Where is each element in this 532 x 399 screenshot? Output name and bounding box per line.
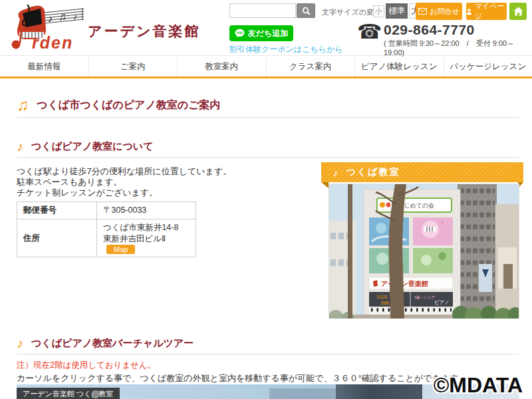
logo-note2-icon: ♪ xyxy=(73,12,77,21)
photo-sign-phone2: 588 xyxy=(381,301,389,305)
tour-warning: 注）現在2階は使用しておりません。 xyxy=(17,360,156,371)
coupon-link[interactable]: 割引体験クーポンはこちらから xyxy=(229,44,343,55)
panorama-building-silhouette xyxy=(336,384,422,399)
about-line-access: つくば駅より徒歩7分の便利な場所に位置しています。 xyxy=(17,166,309,177)
line-button-label: 友だち追加 xyxy=(248,28,289,39)
svg-text:♪: ♪ xyxy=(441,219,444,225)
line-add-friend-button[interactable]: 友だち追加 xyxy=(229,25,293,41)
mypage-button-label: マイページ xyxy=(475,1,507,21)
nav-item-news[interactable]: 最新情報 xyxy=(0,57,88,76)
note-icon: ♪ xyxy=(333,167,340,178)
tour-description: カーソルをクリックする事で、つくば教室の外観と室内を移動する事が可能で、３６０°… xyxy=(17,372,467,384)
site-logo[interactable]: ♪ ♫ ♪ rden xyxy=(9,2,88,54)
site-header: ♪ ♫ ♪ rden アーデン音楽 xyxy=(0,0,532,56)
page-title: つくば市つくばのピアノ教室のご案内 xyxy=(37,98,221,112)
nav-item-classes[interactable]: クラス案内 xyxy=(266,57,355,76)
font-size-medium-button[interactable]: 標準 xyxy=(386,3,408,19)
search-input[interactable] xyxy=(229,3,296,18)
logo-note-icon: ♪ xyxy=(48,13,53,24)
contact-button-label: お問合せ xyxy=(430,7,460,17)
classroom-photo: はじめての会 ♪ アーデン音楽館 0120 588 3歳～シニア xyxy=(329,184,519,318)
nav-item-guide[interactable]: ご案内 xyxy=(88,57,178,76)
about-paragraphs: つくば駅より徒歩7分の便利な場所に位置しています。 駐車スペースもあります。 チ… xyxy=(17,166,309,198)
site-title: アーデン音楽館 xyxy=(88,22,200,41)
address-cell: つくば市東新井14-8 東新井吉田ビルⅡMap xyxy=(97,219,196,257)
main-nav: 最新情報 ご案内 教室案内 クラス案内 ピアノ体験レッスン パッケージレッスン xyxy=(0,57,532,78)
phone-icon: ☎ xyxy=(357,22,382,42)
table-row-address: 住所 つくば市東新井14-8 東新井吉田ビルⅡMap xyxy=(17,219,196,257)
about-heading: つくばピアノ教室について xyxy=(31,140,154,153)
postal-value: 〒305-0033 xyxy=(97,202,196,219)
panorama-control-icon[interactable] xyxy=(92,390,100,398)
watermark: ©MDATA xyxy=(434,373,523,398)
logo-wordmark: rden xyxy=(32,33,73,52)
envelope-icon xyxy=(418,8,427,15)
photo-sign-building: アーデン音楽館 xyxy=(381,280,428,287)
phone-hours: ( 営業時間 9:30～22:00 / 受付 9:00～19:00) xyxy=(384,39,532,57)
table-row-postal: 郵便番号 〒305-0033 xyxy=(17,202,196,219)
line-icon xyxy=(235,29,245,38)
note-icon: ♪ xyxy=(17,336,23,350)
about-line-ticket: チケット制レッスンがございます。 xyxy=(17,188,309,198)
note-icon: ♪ xyxy=(17,140,23,153)
tour-heading: つくばピアノ教室バーチャルツアー xyxy=(31,337,194,350)
page-title-row: ♫ つくば市つくばのピアノ教室のご案内 xyxy=(17,93,519,118)
nav-item-package-lesson[interactable]: パッケージレッスン xyxy=(444,57,532,76)
beamed-notes-icon: ♫ xyxy=(17,97,29,113)
page: ♪ ♫ ♪ rden アーデン音楽 xyxy=(0,0,532,399)
nav-item-piano-trial-lesson[interactable]: ピアノ体験レッスン xyxy=(354,57,444,76)
font-size-small-button[interactable]: 小 xyxy=(373,5,384,17)
home-button[interactable] xyxy=(509,3,527,20)
font-size-label: 文字サイズの変更 xyxy=(322,7,381,17)
about-line-parking: 駐車スペースもあります。 xyxy=(17,177,309,188)
map-button[interactable]: Map xyxy=(106,245,135,254)
logo-notes-icon: ♫ xyxy=(59,11,66,22)
search-button[interactable] xyxy=(297,3,315,18)
person-icon xyxy=(466,8,472,15)
panorama-label: アーデン音楽館 つくば教室 xyxy=(17,388,120,399)
classroom-photo-illustration: はじめての会 ♪ アーデン音楽館 0120 588 3歳～シニア xyxy=(329,184,519,319)
photo-sign-phone1: 0120 xyxy=(377,295,388,299)
phone-number: 029-864-7770 xyxy=(384,22,475,38)
address-value: つくば市東新井14-8 東新井吉田ビルⅡ xyxy=(103,223,187,243)
about-heading-row: ♪ つくばピアノ教室について xyxy=(17,136,519,158)
ribbon-fold-left xyxy=(321,182,329,188)
nav-item-classrooms[interactable]: 教室案内 xyxy=(177,57,266,76)
panorama-building-silhouette xyxy=(269,388,336,399)
address-table: 郵便番号 〒305-0033 住所 つくば市東新井14-8 東新井吉田ビルⅡMa… xyxy=(17,201,196,257)
home-icon xyxy=(513,7,523,16)
classroom-ribbon-label: つくば教室 xyxy=(346,166,400,178)
contact-button[interactable]: お問合せ xyxy=(416,3,462,20)
photo-sign-piano: ピアノ xyxy=(434,299,450,305)
logo-piano-icon: ♪ ♫ ♪ rden xyxy=(9,2,88,54)
address-label: 住所 xyxy=(17,219,97,257)
search-icon xyxy=(302,7,311,15)
tour-heading-row: ♪ つくばピアノ教室バーチャルツアー xyxy=(17,332,519,354)
mypage-button[interactable]: マイページ xyxy=(466,3,507,20)
postal-label: 郵便番号 xyxy=(17,202,97,219)
classroom-ribbon: ♪ つくば教室 xyxy=(321,162,523,182)
photo-sign-ages: 3歳～シニア xyxy=(414,295,435,299)
